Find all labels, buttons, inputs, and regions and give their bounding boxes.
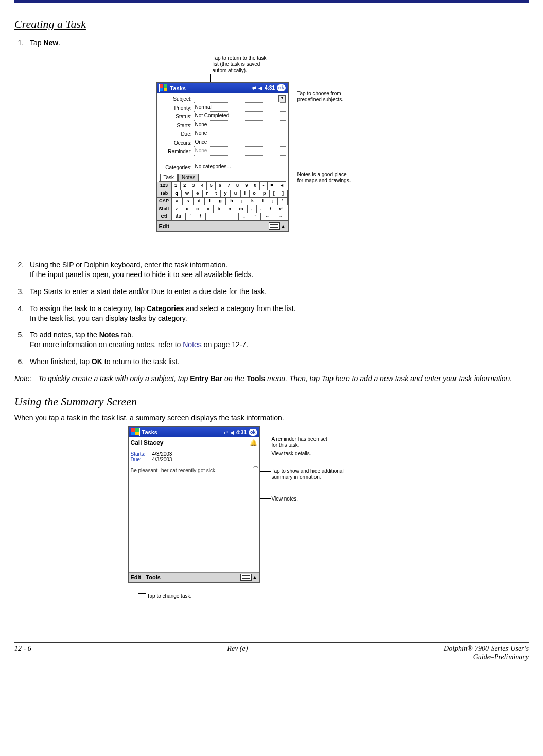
kbd-key[interactable]: g: [215, 198, 226, 205]
summary-dates[interactable]: Starts:4/3/2003 Due:4/3/2003: [131, 451, 257, 462]
kbd-key[interactable]: l: [258, 198, 268, 205]
kbd-key[interactable]: d: [194, 198, 205, 205]
summary-note[interactable]: Be pleasant--her cat recently got sick.: [131, 468, 257, 473]
occurs-field[interactable]: Once: [194, 139, 286, 147]
kbd-key[interactable]: ↵: [275, 205, 288, 213]
tab-notes[interactable]: Notes: [178, 174, 199, 181]
kbd-key[interactable]: -: [260, 182, 268, 190]
kbd-key[interactable]: a: [172, 198, 183, 205]
kbd-key[interactable]: /: [266, 205, 275, 213]
status-field[interactable]: Not Completed: [194, 113, 286, 121]
kbd-key[interactable]: [206, 213, 239, 220]
kbd-key[interactable]: =: [268, 182, 276, 190]
kbd-key[interactable]: u: [231, 190, 241, 197]
kbd-key[interactable]: ]: [278, 190, 287, 197]
ok-button[interactable]: ok: [277, 84, 286, 91]
kbd-key[interactable]: Shift: [157, 205, 172, 213]
kbd-key[interactable]: 5: [207, 182, 216, 190]
kbd-key[interactable]: 1: [172, 182, 181, 190]
summary-title-row[interactable]: Call Stacey 🔔: [131, 438, 257, 448]
kbd-key[interactable]: t: [212, 190, 221, 197]
steps-list: Tap New.: [14, 38, 529, 48]
kbd-key[interactable]: h: [226, 198, 237, 205]
kbd-key[interactable]: \: [196, 213, 206, 220]
kbd-key[interactable]: v: [203, 205, 214, 213]
sip-toggle-icon-2[interactable]: [240, 574, 252, 581]
kbd-key[interactable]: 4: [198, 182, 207, 190]
kbd-key[interactable]: ': [278, 198, 288, 205]
subject-field[interactable]: ▾: [194, 95, 286, 103]
categories-field[interactable]: No categories...: [194, 164, 286, 171]
edit-menu-2[interactable]: Edit: [131, 574, 142, 580]
subject-dropdown-icon[interactable]: ▾: [278, 95, 286, 102]
notes-link[interactable]: Notes: [183, 340, 202, 349]
ok-button-2[interactable]: ok: [249, 429, 257, 436]
kbd-key[interactable]: áü: [172, 213, 186, 220]
kbd-key[interactable]: y: [221, 190, 231, 197]
kbd-key[interactable]: p: [259, 190, 270, 197]
kbd-key[interactable]: c: [192, 205, 203, 213]
tools-menu[interactable]: Tools: [146, 574, 161, 580]
starts-label: Starts:: [159, 123, 194, 128]
kbd-key[interactable]: 0: [251, 182, 260, 190]
kbd-key[interactable]: Ctl: [157, 213, 172, 220]
sip-arrow-icon[interactable]: ▲: [281, 224, 286, 229]
kbd-key[interactable]: o: [250, 190, 260, 197]
kbd-key[interactable]: Tab: [157, 190, 172, 197]
sip-toggle-icon[interactable]: [269, 222, 280, 230]
sip-keyboard[interactable]: 1231234567890-=◄ Tabqwertyuiop[] CAPasdf…: [157, 182, 288, 221]
note-t2: on the: [222, 374, 247, 383]
start-icon[interactable]: [159, 84, 168, 92]
kbd-key[interactable]: .: [257, 205, 266, 213]
kbd-key[interactable]: i: [241, 190, 250, 197]
chevron-up-icon[interactable]: ︽: [253, 462, 257, 469]
kbd-key[interactable]: m: [235, 205, 248, 213]
starts-field[interactable]: None: [194, 122, 286, 129]
step-5c-pre: For more information on creating notes, …: [30, 340, 183, 349]
kbd-key[interactable]: 2: [181, 182, 189, 190]
sum-due-value: 4/3/2003: [152, 457, 172, 462]
step-6b: to return to the task list.: [102, 357, 179, 366]
kbd-key[interactable]: 9: [242, 182, 251, 190]
kbd-key[interactable]: s: [183, 198, 194, 205]
volume-icon-2[interactable]: ◀: [230, 429, 234, 435]
kbd-key[interactable]: →: [274, 213, 288, 220]
step-3: Tap Starts to enter a start date and/or …: [26, 287, 529, 297]
start-icon-2[interactable]: [131, 428, 140, 436]
edit-menu[interactable]: Edit: [159, 223, 170, 229]
kbd-key[interactable]: ←: [261, 213, 274, 220]
tab-task[interactable]: Task: [160, 174, 178, 181]
kbd-key[interactable]: x: [182, 205, 193, 213]
kbd-key[interactable]: ;: [268, 198, 278, 205]
heading-creating-task: Creating a Task: [14, 18, 529, 31]
kbd-key[interactable]: [: [270, 190, 278, 197]
kbd-key[interactable]: ↑: [250, 213, 261, 220]
kbd-key[interactable]: 7: [224, 182, 233, 190]
connectivity-icon-2[interactable]: ⇄: [224, 429, 228, 435]
kbd-key[interactable]: 8: [233, 182, 242, 190]
kbd-key[interactable]: e: [193, 190, 203, 197]
kbd-key[interactable]: q: [172, 190, 182, 197]
kbd-key[interactable]: 123: [157, 182, 172, 190]
kbd-key[interactable]: 3: [189, 182, 198, 190]
kbd-key[interactable]: CAP: [157, 198, 172, 205]
kbd-key[interactable]: `: [186, 213, 196, 220]
kbd-key[interactable]: j: [237, 198, 247, 205]
kbd-key[interactable]: f: [205, 198, 215, 205]
kbd-key[interactable]: ,: [248, 205, 257, 213]
kbd-key[interactable]: b: [214, 205, 224, 213]
sip-arrow-icon-2[interactable]: ▲: [253, 575, 257, 580]
kbd-key[interactable]: n: [224, 205, 235, 213]
kbd-key[interactable]: z: [172, 205, 182, 213]
due-field[interactable]: None: [194, 130, 286, 138]
volume-icon[interactable]: ◀: [258, 85, 262, 91]
kbd-key[interactable]: w: [182, 190, 192, 197]
reminder-field[interactable]: None: [194, 148, 286, 156]
kbd-key[interactable]: k: [247, 198, 258, 205]
kbd-key[interactable]: ↓: [239, 213, 250, 220]
kbd-key[interactable]: r: [203, 190, 212, 197]
connectivity-icon[interactable]: ⇄: [252, 85, 256, 91]
priority-field[interactable]: Normal: [194, 104, 286, 112]
kbd-key[interactable]: 6: [216, 182, 224, 190]
kbd-key[interactable]: ◄: [276, 182, 287, 190]
